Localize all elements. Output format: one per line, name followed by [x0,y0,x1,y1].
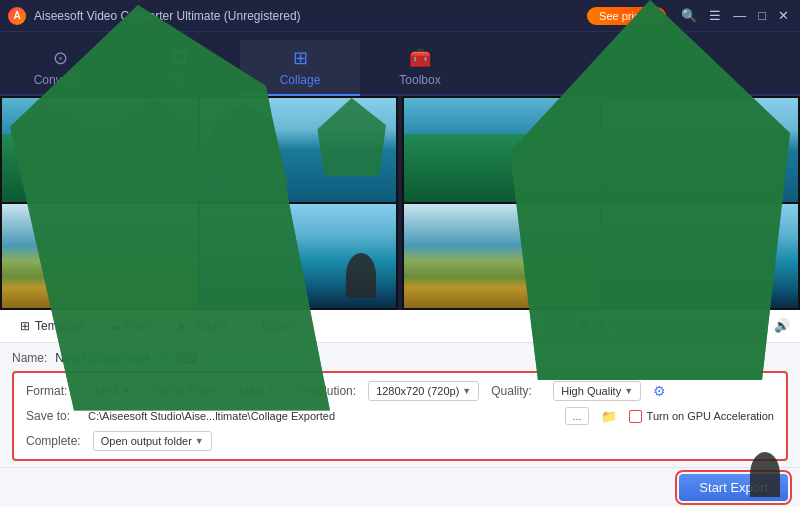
right-cell-2[interactable] [602,98,798,202]
main-content: ⊞ Template ☁ Filter 🔊 Audio ↑ Export ▶ 0… [0,96,800,507]
right-collage-panel[interactable] [402,96,800,310]
preview-area [0,96,800,310]
